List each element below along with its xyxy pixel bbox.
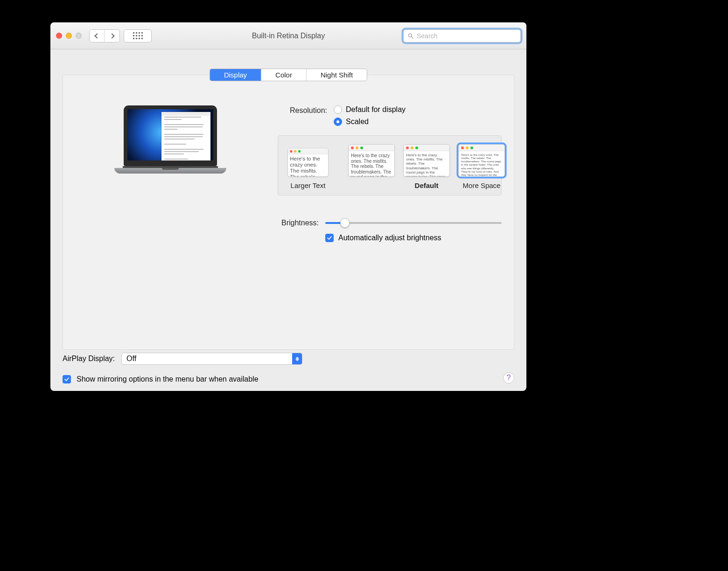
mirroring-checkbox[interactable]: Show mirroring options in the menu bar w… — [63, 375, 514, 383]
minimize-button[interactable] — [66, 33, 72, 39]
radio-icon — [334, 105, 342, 114]
svg-point-0 — [408, 34, 412, 37]
tab-bar: Display Color Night Shift — [210, 69, 367, 81]
scale-option-larger-text[interactable]: Here's to the crazy ones. The misfits. T… — [285, 144, 331, 189]
titlebar: Built-in Retina Display — [50, 22, 526, 49]
radio-label: Default for display — [346, 105, 406, 114]
select-stepper-icon — [292, 353, 302, 364]
airplay-select[interactable]: Off — [121, 353, 302, 365]
forward-button[interactable] — [105, 30, 119, 42]
display-illustration — [114, 105, 226, 174]
chevron-left-icon — [94, 33, 99, 38]
airplay-row: AirPlay Display: Off — [63, 353, 514, 365]
scale-option-label: Default — [403, 181, 450, 189]
tab-color[interactable]: Color — [261, 69, 307, 81]
svg-line-1 — [412, 36, 413, 38]
radio-default-for-display[interactable]: Default for display — [334, 105, 406, 114]
help-icon: ? — [507, 374, 511, 382]
brightness-slider[interactable] — [325, 219, 502, 227]
scale-option-label: More Space — [458, 181, 505, 189]
brightness-row: Brightness: Automatically adjust brightn… — [272, 218, 502, 242]
chevron-right-icon — [109, 33, 114, 38]
window-controls — [56, 33, 82, 39]
back-button[interactable] — [90, 30, 105, 42]
scale-option-more-space[interactable]: Here's to the crazy ones. The misfits. T… — [458, 144, 505, 189]
show-all-button[interactable] — [124, 29, 152, 42]
checkbox-icon — [63, 375, 71, 383]
search-icon — [407, 33, 414, 39]
resolution-row: Resolution: Default for display Scaled — [272, 105, 502, 126]
content-pane: Display Color Night Shift — [63, 75, 514, 350]
radio-icon — [334, 118, 342, 126]
radio-label: Scaled — [346, 118, 369, 126]
help-button[interactable]: ? — [503, 372, 514, 383]
auto-brightness-checkbox[interactable]: Automatically adjust brightness — [325, 234, 502, 242]
prefs-window: Built-in Retina Display Display Color Ni… — [50, 22, 526, 391]
airplay-value: Off — [126, 355, 136, 363]
brightness-label: Brightness: — [272, 218, 325, 227]
radio-scaled[interactable]: Scaled — [334, 118, 406, 126]
checkbox-icon — [325, 234, 334, 242]
settings-column: Resolution: Default for display Scaled H… — [272, 105, 502, 242]
scale-option-label: Larger Text — [285, 181, 331, 189]
tab-display[interactable]: Display — [210, 69, 261, 81]
slider-knob[interactable] — [340, 218, 350, 228]
close-button[interactable] — [56, 33, 62, 39]
zoom-button — [76, 33, 82, 39]
resolution-scale-picker: Here's to the crazy ones. The misfits. T… — [278, 135, 502, 195]
nav-buttons — [89, 29, 120, 42]
slider-track — [325, 222, 502, 224]
search-field[interactable] — [403, 29, 521, 42]
auto-brightness-label: Automatically adjust brightness — [338, 234, 441, 242]
airplay-label: AirPlay Display: — [63, 355, 115, 363]
tab-night-shift[interactable]: Night Shift — [307, 69, 367, 81]
resolution-label: Resolution: — [272, 105, 334, 115]
grid-icon — [133, 32, 143, 39]
search-input[interactable] — [417, 32, 517, 40]
scale-option-default[interactable]: Here's to the crazy ones. The misfits. T… — [403, 144, 450, 189]
scale-option-2[interactable]: Here's to the crazy ones. The misfits. T… — [348, 144, 395, 189]
mirroring-label: Show mirroring options in the menu bar w… — [77, 375, 259, 383]
bottom-controls: AirPlay Display: Off Show mirroring opti… — [63, 353, 514, 383]
